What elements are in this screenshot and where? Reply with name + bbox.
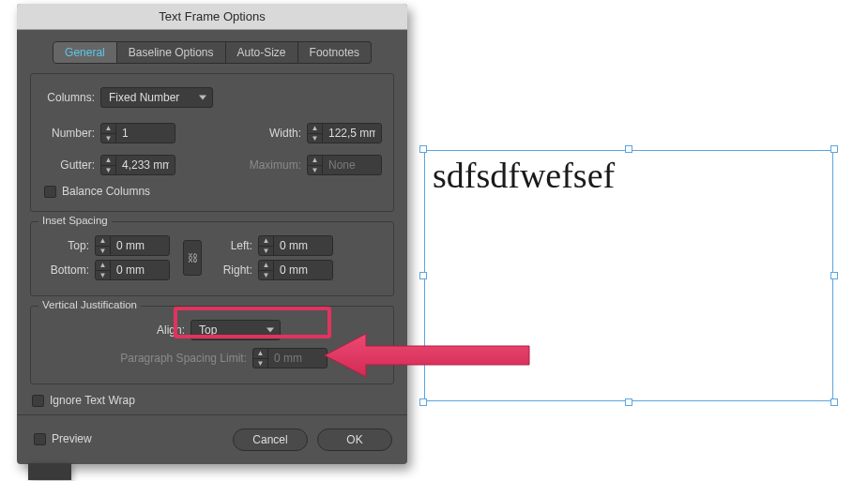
paragraph-spacing-input [268,349,327,368]
preview-checkbox[interactable]: Preview [34,432,92,445]
number-spinner[interactable]: ▲▼ [100,123,175,143]
width-label: Width: [258,127,301,140]
spinner-up-icon: ▲ [259,261,273,271]
inset-left-input[interactable] [274,236,332,255]
resize-handle-top-middle[interactable] [625,145,632,153]
spinner-up-icon: ▲ [101,156,115,166]
text-frame-content[interactable]: sdfsdfwefsef [425,151,832,200]
gutter-label: Gutter: [42,158,95,172]
text-frame[interactable]: sdfsdfwefsef [424,150,833,401]
resize-handle-bottom-middle[interactable] [625,398,632,406]
spinner-up-icon: ▲ [259,236,273,247]
maximum-input [323,156,381,174]
cancel-button[interactable]: Cancel [233,428,308,451]
tab-footnotes[interactable]: Footnotes [298,41,372,64]
tab-auto-size[interactable]: Auto-Size [226,41,298,64]
vertical-justification-panel: Vertical Justification Align: Top Paragr… [30,306,394,384]
spinner-up-icon: ▲ [101,124,115,134]
inset-bottom-label: Bottom: [42,263,89,277]
columns-label: Columns: [42,91,95,104]
columns-mode-select[interactable]: Fixed Number [100,87,213,108]
spinner-down-icon: ▼ [101,134,115,143]
vjust-group-label: Vertical Justification [38,299,141,310]
spinner-up-icon: ▲ [308,124,322,134]
ignore-text-wrap-checkbox[interactable]: Ignore Text Wrap [32,394,394,407]
ignore-text-wrap-label: Ignore Text Wrap [50,394,135,407]
align-select[interactable]: Top [190,320,281,340]
tab-bar: General Baseline Options Auto-Size Footn… [17,30,407,73]
spinner-down-icon: ▼ [101,166,115,175]
dialog-title: Text Frame Options [17,4,407,30]
inset-right-spinner[interactable]: ▲▼ [258,260,333,280]
resize-handle-bottom-left[interactable] [419,398,427,406]
resize-handle-top-left[interactable] [419,145,427,153]
spinner-down-icon: ▼ [96,247,110,256]
preview-label: Preview [52,432,92,445]
tab-baseline-options[interactable]: Baseline Options [117,41,226,64]
number-input[interactable] [116,124,175,143]
tab-general[interactable]: General [53,41,117,64]
resize-handle-bottom-right[interactable] [830,398,838,406]
ok-button[interactable]: OK [317,428,392,451]
align-label: Align: [144,323,185,337]
resize-handle-top-right[interactable] [830,145,838,153]
spinner-down-icon: ▼ [308,134,322,143]
align-value: Top [199,323,217,337]
resize-handle-middle-left[interactable] [419,272,427,279]
inset-right-input[interactable] [274,261,332,279]
columns-mode-value: Fixed Number [109,91,179,104]
maximum-label: Maximum: [239,158,301,172]
resize-handle-middle-right[interactable] [830,272,838,279]
text-frame-options-dialog: Text Frame Options General Baseline Opti… [17,4,407,464]
background-chrome-strip [28,463,71,480]
inset-left-spinner[interactable]: ▲▼ [258,235,333,256]
inset-top-label: Top: [42,239,89,252]
width-spinner[interactable]: ▲▼ [307,123,382,143]
checkbox-box-icon [44,186,56,198]
spinner-up-icon: ▲ [308,156,322,166]
inset-bottom-input[interactable] [111,261,169,279]
gutter-spinner[interactable]: ▲▼ [100,155,175,175]
inset-bottom-spinner[interactable]: ▲▼ [95,260,170,280]
spinner-down-icon: ▼ [96,271,110,280]
columns-panel: Columns: Fixed Number Number: ▲▼ Width: … [30,73,394,212]
paragraph-spacing-limit-label: Paragraph Spacing Limit: [97,352,247,365]
spinner-up-icon: ▲ [96,261,110,271]
inset-right-label: Right: [215,263,252,277]
paragraph-spacing-spinner: ▲▼ [252,348,327,368]
inset-left-label: Left: [215,239,252,252]
spinner-down-icon: ▼ [259,271,273,280]
inset-top-input[interactable] [111,236,169,255]
spinner-down-icon: ▼ [253,359,267,368]
width-input[interactable] [323,124,381,143]
inset-spacing-panel: Inset Spacing Top: ▲▼ Bottom: ▲▼ [30,221,394,296]
balance-columns-label: Balance Columns [62,185,150,198]
gutter-input[interactable] [116,156,175,174]
balance-columns-checkbox[interactable]: Balance Columns [44,185,382,198]
checkbox-box-icon [34,433,46,445]
checkbox-box-icon [32,395,44,407]
inset-top-spinner[interactable]: ▲▼ [95,235,170,256]
text-frame-bounds: sdfsdfwefsef [424,150,833,401]
spinner-down-icon: ▼ [308,166,322,175]
spinner-up-icon: ▲ [253,349,267,359]
inset-spacing-group-label: Inset Spacing [38,215,112,226]
link-insets-toggle[interactable]: ⛓ [183,240,202,276]
spinner-down-icon: ▼ [259,247,273,256]
maximum-spinner: ▲▼ [307,155,382,175]
number-label: Number: [42,127,95,140]
spinner-up-icon: ▲ [96,236,110,247]
